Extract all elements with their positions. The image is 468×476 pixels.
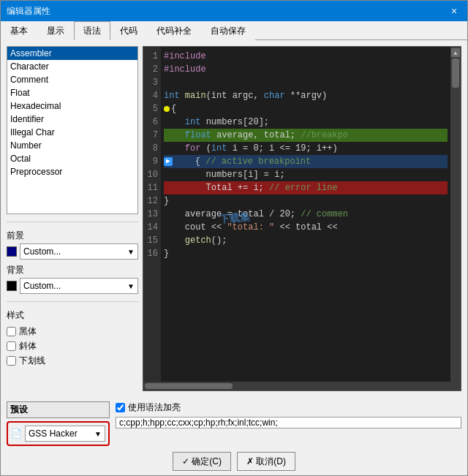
code-line: } xyxy=(164,247,448,260)
code-line xyxy=(164,76,448,89)
tab-basic[interactable]: 基本 xyxy=(1,21,37,40)
line-number: 14 xyxy=(146,221,158,234)
preset-title: 预设 xyxy=(7,401,110,418)
background-label: 背景 xyxy=(7,264,138,276)
vertical-scrollbar[interactable]: ▲ xyxy=(450,47,461,382)
tab-autosave[interactable]: 自动保存 xyxy=(201,21,255,40)
syntax-list-item[interactable]: Preprocessor xyxy=(7,165,137,178)
underline-label: 下划线 xyxy=(19,355,45,367)
syntax-highlight-checkbox[interactable] xyxy=(116,403,125,412)
foreground-section: 前景 Custom... ▼ xyxy=(7,230,138,260)
underline-checkbox[interactable] xyxy=(7,356,16,366)
code-line: { xyxy=(164,102,448,116)
code-line: ▶ { // active breakpoint xyxy=(164,155,448,168)
confirm-button[interactable]: ✓ 确定(C) xyxy=(173,452,231,471)
syntax-highlight-row: 使用语法加亮 xyxy=(116,401,461,414)
tab-autocomplete[interactable]: 代码补全 xyxy=(147,21,201,40)
code-line: } xyxy=(164,194,448,208)
code-line: float average, total; //breakpo xyxy=(164,129,448,142)
horizontal-scrollbar[interactable] xyxy=(143,382,461,390)
syntax-list-item[interactable]: Illegal Char xyxy=(7,126,137,139)
scroll-thumb-horizontal[interactable] xyxy=(145,383,233,389)
syntax-list-item[interactable]: Octal xyxy=(7,152,137,165)
foreground-dropdown[interactable]: Custom... ▼ xyxy=(20,243,138,260)
syntax-list[interactable]: AssemblerCharacterCommentFloatHexadecima… xyxy=(7,46,138,214)
syntax-list-item[interactable]: Comment xyxy=(7,73,137,86)
breakpoint-marker xyxy=(164,106,170,112)
code-line: for (int i = 0; i <= 19; i++) xyxy=(164,142,448,155)
code-line: cout << "total: " << total << xyxy=(164,221,448,234)
style-section: 样式 黑体 斜体 下划线 xyxy=(7,309,138,367)
editor-properties-window: 编辑器属性 × 基本 显示 语法 代码 代码补全 自动保存 AssemblerC… xyxy=(0,0,468,476)
code-line: #include xyxy=(164,50,448,63)
tab-syntax[interactable]: 语法 xyxy=(74,21,110,40)
foreground-label: 前景 xyxy=(7,230,138,242)
line-number: 3 xyxy=(146,76,158,89)
line-number: 8 xyxy=(146,142,158,155)
preset-dropdown-arrow: ▼ xyxy=(94,430,102,438)
code-lines-container: #include #include int main(int argc, cha… xyxy=(161,47,450,382)
tab-bar: 基本 显示 语法 代码 代码补全 自动保存 xyxy=(1,21,467,40)
line-number: 10 xyxy=(146,168,158,181)
syntax-list-item[interactable]: Hexadecimal xyxy=(7,99,137,113)
line-number: 13 xyxy=(146,208,158,221)
code-content: 12345678910111213141516 #include #includ… xyxy=(143,47,461,382)
line-numbers: 12345678910111213141516 xyxy=(143,47,161,382)
underline-row: 下划线 xyxy=(7,355,138,367)
italic-row: 斜体 xyxy=(7,340,138,352)
preset-row: 📄 GSS Hacker ▼ xyxy=(7,421,110,446)
code-line: #include xyxy=(164,63,448,76)
close-button[interactable]: × xyxy=(447,4,461,18)
line-number: 15 xyxy=(146,234,158,247)
code-line: numbers[i] = i; xyxy=(164,168,448,181)
background-section: 背景 Custom... ▼ xyxy=(7,264,138,294)
line-number: 6 xyxy=(146,116,158,129)
foreground-dropdown-arrow: ▼ xyxy=(127,248,135,256)
syntax-highlight-label: 使用语法加亮 xyxy=(128,401,181,414)
foreground-dropdown-row: Custom... ▼ xyxy=(7,243,138,260)
title-bar: 编辑器属性 × xyxy=(1,1,467,21)
syntax-highlight-section: 使用语法加亮 xyxy=(116,401,461,428)
foreground-color-swatch[interactable] xyxy=(7,246,17,257)
bold-row: 黑体 xyxy=(7,325,138,338)
scroll-up-button[interactable]: ▲ xyxy=(451,48,460,57)
left-panel: AssemblerCharacterCommentFloatHexadecima… xyxy=(7,46,138,391)
bold-checkbox[interactable] xyxy=(7,327,16,336)
divider1 xyxy=(7,222,138,222)
line-number: 5 xyxy=(146,102,158,116)
background-color-swatch[interactable] xyxy=(7,281,17,291)
background-dropdown[interactable]: Custom... ▼ xyxy=(20,278,138,294)
syntax-list-item[interactable]: Assembler xyxy=(7,47,137,60)
italic-label: 斜体 xyxy=(19,340,37,352)
tab-code[interactable]: 代码 xyxy=(110,21,147,40)
right-panel: 12345678910111213141516 #include #includ… xyxy=(143,46,461,391)
preset-dropdown[interactable]: GSS Hacker ▼ xyxy=(25,426,105,442)
tab-display[interactable]: 显示 xyxy=(37,21,74,40)
line-number: 1 xyxy=(146,50,158,63)
scroll-thumb-vertical[interactable] xyxy=(452,58,459,88)
code-line: Total += i; // error line xyxy=(164,181,448,194)
syntax-list-item[interactable]: Number xyxy=(7,139,137,152)
code-line: int numbers[20]; xyxy=(164,116,448,129)
divider2 xyxy=(7,301,138,302)
bottom-area: 预设 📄 GSS Hacker ▼ 使用语法加亮 xyxy=(1,397,467,449)
preset-section: 预设 📄 GSS Hacker ▼ xyxy=(7,401,110,446)
syntax-list-item[interactable]: Character xyxy=(7,60,137,73)
line-number: 2 xyxy=(146,63,158,76)
cancel-button[interactable]: ✗ 取消(D) xyxy=(237,452,295,471)
syntax-list-item[interactable]: Identifier xyxy=(7,113,137,126)
code-editor: 12345678910111213141516 #include #includ… xyxy=(143,46,461,391)
syntax-list-item[interactable]: Float xyxy=(7,86,137,99)
preset-icon: 📄 xyxy=(11,428,22,439)
italic-checkbox[interactable] xyxy=(7,341,16,351)
line-number: 11 xyxy=(146,181,158,194)
breakpoint-marker: ▶ xyxy=(164,157,173,166)
code-line: getch(); xyxy=(164,234,448,247)
line-number: 12 xyxy=(146,194,158,208)
window-title: 编辑器属性 xyxy=(7,5,50,18)
line-number: 4 xyxy=(146,89,158,102)
style-label: 样式 xyxy=(7,309,138,322)
background-dropdown-row: Custom... ▼ xyxy=(7,278,138,294)
line-number: 7 xyxy=(146,129,158,142)
extensions-input[interactable] xyxy=(116,417,461,428)
